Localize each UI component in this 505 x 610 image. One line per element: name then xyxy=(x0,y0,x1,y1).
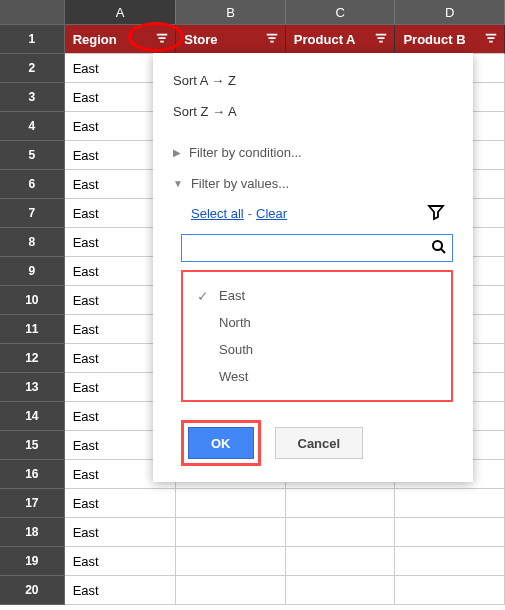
separator: - xyxy=(248,206,252,221)
filter-value-option[interactable]: North xyxy=(191,309,443,336)
row-header[interactable]: 7 xyxy=(0,199,65,228)
data-cell[interactable] xyxy=(395,547,505,576)
row-header[interactable]: 10 xyxy=(0,286,65,315)
filter-icon[interactable] xyxy=(265,32,279,49)
row-header[interactable]: 1 xyxy=(0,25,65,54)
check-icon: ✓ xyxy=(197,288,209,304)
row-header[interactable]: 16 xyxy=(0,460,65,489)
data-cell[interactable] xyxy=(395,489,505,518)
row-header[interactable]: 12 xyxy=(0,344,65,373)
column-header-a[interactable]: A xyxy=(65,0,177,25)
sort-za[interactable]: Sort Z → A xyxy=(153,96,473,127)
chevron-right-icon: ▶ xyxy=(173,147,181,158)
header-cell-product-a[interactable]: Product A xyxy=(286,25,396,54)
row-header[interactable]: 6 xyxy=(0,170,65,199)
data-cell[interactable] xyxy=(395,518,505,547)
filter-value-label: East xyxy=(219,288,245,303)
select-all-corner[interactable] xyxy=(0,0,65,25)
column-header-b[interactable]: B xyxy=(176,0,286,25)
filter-dropdown: Sort A → Z Sort Z → A ▶ Filter by condit… xyxy=(153,53,473,482)
data-cell[interactable] xyxy=(176,576,286,605)
filter-value-label: South xyxy=(219,342,253,357)
row-header[interactable]: 4 xyxy=(0,112,65,141)
data-cell[interactable] xyxy=(176,518,286,547)
select-all-link[interactable]: Select all xyxy=(191,206,244,221)
ok-button[interactable]: OK xyxy=(188,427,254,459)
filter-by-values[interactable]: ▼ Filter by values... xyxy=(153,168,473,199)
filter-value-label: North xyxy=(219,315,251,330)
row-header[interactable]: 19 xyxy=(0,547,65,576)
filter-by-condition[interactable]: ▶ Filter by condition... xyxy=(153,137,473,168)
data-cell[interactable]: East xyxy=(65,547,177,576)
row-header[interactable]: 8 xyxy=(0,228,65,257)
data-cell[interactable] xyxy=(286,489,396,518)
row-header[interactable]: 2 xyxy=(0,54,65,83)
header-cell-region[interactable]: Region xyxy=(65,25,177,54)
filter-value-option[interactable]: ✓East xyxy=(191,282,443,309)
filter-value-label: West xyxy=(219,369,248,384)
data-cell[interactable] xyxy=(176,547,286,576)
column-header-c[interactable]: C xyxy=(286,0,396,25)
filter-values-list: ✓EastNorthSouthWest xyxy=(181,270,453,402)
row-header[interactable]: 15 xyxy=(0,431,65,460)
row-header[interactable]: 5 xyxy=(0,141,65,170)
sort-az[interactable]: Sort A → Z xyxy=(153,65,473,96)
annotation-ok-highlight: OK xyxy=(181,420,261,466)
row-header[interactable]: 18 xyxy=(0,518,65,547)
data-cell[interactable] xyxy=(176,489,286,518)
header-cell-product-b[interactable]: Product B xyxy=(395,25,505,54)
header-label: Product A xyxy=(294,32,356,47)
filter-search-input[interactable] xyxy=(181,234,453,262)
chevron-down-icon: ▼ xyxy=(173,178,183,189)
filter-icon[interactable] xyxy=(484,32,498,49)
row-header[interactable]: 11 xyxy=(0,315,65,344)
filter-condition-label: Filter by condition... xyxy=(189,145,302,160)
row-header[interactable]: 3 xyxy=(0,83,65,112)
data-cell[interactable]: East xyxy=(65,489,177,518)
funnel-icon[interactable] xyxy=(427,203,445,224)
data-cell[interactable]: East xyxy=(65,518,177,547)
data-cell[interactable] xyxy=(286,518,396,547)
svg-line-1 xyxy=(441,249,445,253)
filter-icon[interactable] xyxy=(374,32,388,49)
cancel-button[interactable]: Cancel xyxy=(275,427,364,459)
header-label: Product B xyxy=(403,32,465,47)
row-header[interactable]: 20 xyxy=(0,576,65,605)
row-header[interactable]: 13 xyxy=(0,373,65,402)
row-header[interactable]: 14 xyxy=(0,402,65,431)
header-label: Region xyxy=(73,32,117,47)
filter-value-option[interactable]: West xyxy=(191,363,443,390)
header-label: Store xyxy=(184,32,217,47)
data-cell[interactable]: East xyxy=(65,576,177,605)
filter-icon[interactable] xyxy=(155,32,169,49)
filter-value-option[interactable]: South xyxy=(191,336,443,363)
header-cell-store[interactable]: Store xyxy=(176,25,286,54)
row-header[interactable]: 17 xyxy=(0,489,65,518)
data-cell[interactable] xyxy=(286,576,396,605)
data-cell[interactable] xyxy=(395,576,505,605)
clear-link[interactable]: Clear xyxy=(256,206,287,221)
filter-values-label: Filter by values... xyxy=(191,176,289,191)
svg-point-0 xyxy=(433,241,442,250)
row-header[interactable]: 9 xyxy=(0,257,65,286)
data-cell[interactable] xyxy=(286,547,396,576)
column-header-d[interactable]: D xyxy=(395,0,505,25)
search-icon xyxy=(431,239,447,258)
